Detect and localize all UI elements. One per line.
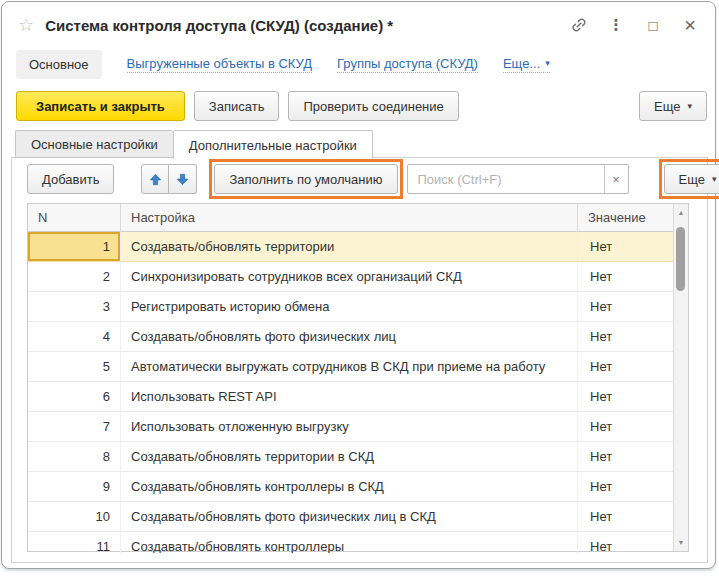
table-row[interactable]: 4 Создавать/обновлять фото физических ли…	[28, 322, 688, 352]
search-clear-icon[interactable]: ×	[604, 165, 628, 193]
window-title: Система контроля доступа (СКУД) (создани…	[45, 17, 393, 34]
settings-table: N Настройка Значение 1 Создавать/обновля…	[27, 203, 689, 552]
setting-value[interactable]: Нет	[578, 412, 673, 441]
table-row[interactable]: 10 Создавать/обновлять фото физических л…	[28, 502, 688, 532]
setting-name[interactable]: Синхронизировать сотрудников всех органи…	[121, 262, 578, 291]
column-header-setting[interactable]: Настройка	[121, 204, 578, 232]
setting-value[interactable]: Нет	[578, 352, 673, 381]
more-menu-icon[interactable]: ⋮	[607, 16, 625, 34]
table-row[interactable]: 5 Автоматически выгружать сотрудников В …	[28, 352, 688, 382]
table-body: 1 Создавать/обновлять территории Нет 2 С…	[28, 232, 688, 553]
setting-name[interactable]: Создавать/обновлять территории	[121, 232, 578, 261]
column-header-value[interactable]: Значение	[578, 204, 673, 232]
setting-value[interactable]: Нет	[578, 472, 673, 501]
toolbar-more-label: Еще	[679, 172, 705, 187]
row-number[interactable]: 5	[28, 352, 121, 381]
titlebar: ☆ Система контроля доступа (СКУД) (созда…	[2, 2, 715, 48]
tab-exported-objects[interactable]: Выгруженные объекты в СКУД	[127, 56, 312, 73]
row-number[interactable]: 3	[28, 292, 121, 321]
setting-value[interactable]: Нет	[578, 442, 673, 471]
settings-tabs: Основные настройки Дополнительные настро…	[15, 130, 373, 159]
row-number[interactable]: 2	[28, 262, 121, 291]
setting-name[interactable]: Создавать/обновлять контроллеры в СКД	[121, 472, 578, 501]
table-row[interactable]: 7 Использовать отложенную выгрузку Нет	[28, 412, 688, 442]
tab-more[interactable]: Еще... ▾	[503, 56, 550, 73]
table-row[interactable]: 9 Создавать/обновлять контроллеры в СКД …	[28, 472, 688, 502]
add-button[interactable]: Добавить	[27, 164, 114, 194]
table-row[interactable]: 8 Создавать/обновлять территории в СКД Н…	[28, 442, 688, 472]
tab-main[interactable]: Основное	[16, 50, 102, 79]
tab-main-settings[interactable]: Основные настройки	[15, 130, 173, 158]
row-number[interactable]: 6	[28, 382, 121, 411]
move-up-button[interactable]	[141, 164, 169, 194]
setting-value[interactable]: Нет	[578, 532, 673, 553]
setting-name[interactable]: Регистрировать историю обмена	[121, 292, 578, 321]
table-row[interactable]: 1 Создавать/обновлять территории Нет	[28, 232, 688, 262]
table-row[interactable]: 2 Синхронизировать сотрудников всех орга…	[28, 262, 688, 292]
close-icon[interactable]: ×	[681, 16, 699, 34]
settings-panel: Добавить Заполнить по умолчанию × Еще ▾	[11, 157, 708, 563]
arrow-up-icon	[149, 173, 162, 186]
setting-value[interactable]: Нет	[578, 502, 673, 531]
reorder-buttons	[141, 164, 197, 194]
arrow-down-icon	[176, 173, 189, 186]
row-number[interactable]: 7	[28, 412, 121, 441]
search-input[interactable]	[408, 172, 604, 187]
fill-default-button[interactable]: Заполнить по умолчанию	[214, 164, 397, 194]
chevron-down-icon: ▾	[712, 175, 717, 184]
save-and-close-button[interactable]: Записать и закрыть	[16, 91, 185, 121]
setting-value[interactable]: Нет	[578, 382, 673, 411]
highlight-box-fill-default: Заполнить по умолчанию	[209, 159, 402, 199]
command-bar: Записать и закрыть Записать Проверить со…	[16, 91, 707, 121]
vertical-scrollbar[interactable]: ▲ ▼	[673, 204, 688, 551]
chevron-down-icon: ▾	[545, 59, 550, 68]
app-window: ☆ Система контроля доступа (СКУД) (созда…	[1, 1, 716, 569]
section-tabs: Основное Выгруженные объекты в СКУД Груп…	[16, 49, 701, 80]
favorite-star-icon[interactable]: ☆	[18, 16, 34, 34]
row-number[interactable]: 10	[28, 502, 121, 531]
tab-additional-settings[interactable]: Дополнительные настройки	[173, 130, 373, 159]
table-row[interactable]: 6 Использовать REST API Нет	[28, 382, 688, 412]
scroll-up-icon[interactable]: ▲	[674, 205, 688, 220]
table-row[interactable]: 3 Регистрировать историю обмена Нет	[28, 292, 688, 322]
setting-name[interactable]: Создавать/обновлять фото физических лиц …	[121, 502, 578, 531]
highlight-box-more: Еще ▾	[659, 159, 719, 199]
setting-name[interactable]: Автоматически выгружать сотрудников В СК…	[121, 352, 578, 381]
maximize-icon[interactable]: □	[644, 16, 662, 34]
row-number[interactable]: 4	[28, 322, 121, 351]
row-number[interactable]: 9	[28, 472, 121, 501]
check-connection-button[interactable]: Проверить соединение	[288, 91, 458, 121]
search-box: ×	[407, 164, 629, 194]
setting-name[interactable]: Создавать/обновлять фото физических лиц	[121, 322, 578, 351]
tab-more-label: Еще...	[503, 56, 540, 71]
setting-name[interactable]: Использовать REST API	[121, 382, 578, 411]
scroll-down-icon[interactable]: ▼	[674, 535, 688, 550]
setting-value[interactable]: Нет	[578, 232, 673, 261]
setting-value[interactable]: Нет	[578, 322, 673, 351]
toolbar-more-button[interactable]: Еще ▾	[664, 164, 719, 194]
scrollbar-thumb[interactable]	[676, 227, 685, 291]
row-number[interactable]: 8	[28, 442, 121, 471]
column-header-n[interactable]: N	[28, 204, 121, 232]
setting-name[interactable]: Создавать/обновлять территории в СКД	[121, 442, 578, 471]
titlebar-actions: ⋮ □ ×	[570, 16, 699, 34]
table-row[interactable]: 11 Создавать/обновлять контроллеры Нет	[28, 532, 688, 553]
row-number[interactable]: 11	[28, 532, 121, 553]
chevron-down-icon: ▾	[687, 102, 692, 111]
row-number[interactable]: 1	[28, 232, 121, 261]
setting-name[interactable]: Использовать отложенную выгрузку	[121, 412, 578, 441]
table-toolbar: Добавить Заполнить по умолчанию × Еще ▾	[12, 158, 707, 200]
command-more-button[interactable]: Еще ▾	[639, 91, 707, 121]
command-more-label: Еще	[654, 99, 680, 114]
table-header: N Настройка Значение	[28, 204, 688, 232]
setting-value[interactable]: Нет	[578, 262, 673, 291]
save-button[interactable]: Записать	[194, 91, 280, 121]
link-icon[interactable]	[570, 16, 588, 34]
move-down-button[interactable]	[169, 164, 197, 194]
setting-name[interactable]: Создавать/обновлять контроллеры	[121, 532, 578, 553]
tab-access-groups[interactable]: Группы доступа (СКУД)	[337, 56, 478, 73]
setting-value[interactable]: Нет	[578, 292, 673, 321]
